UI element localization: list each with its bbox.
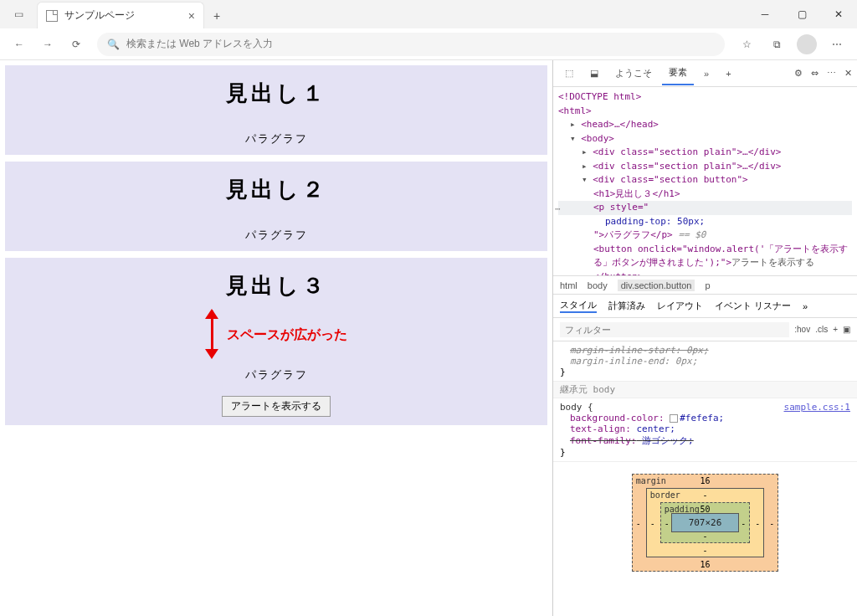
annotation-text: スペースが広がった xyxy=(227,326,347,344)
box-content: 707×26 xyxy=(671,513,740,532)
tab-overflow-icon[interactable]: » xyxy=(697,64,716,84)
annotation: スペースが広がった xyxy=(5,311,547,359)
styles-filter-row: :hov .cls + ▣ xyxy=(553,318,857,341)
search-icon: 🔍 xyxy=(107,38,120,50)
crumb-div[interactable]: div.section.button xyxy=(618,280,695,291)
window-titlebar: ▭ サンプルページ × + ─ ▢ ✕ xyxy=(0,0,857,28)
url-placeholder: 検索または Web アドレスを入力 xyxy=(126,37,273,51)
tab-elements[interactable]: 要素 xyxy=(662,61,694,85)
crumb-p[interactable]: p xyxy=(705,280,710,290)
devtools-tabs: ⬚ ⬓ ようこそ 要素 » + ⚙ ⇔ ⋯ ✕ xyxy=(553,60,857,87)
url-input[interactable]: 🔍 検索または Web アドレスを入力 xyxy=(97,33,725,56)
box-model: margin 16 16 -- border - - -- padding 50… xyxy=(553,462,857,583)
window-close-button[interactable]: ✕ xyxy=(820,0,857,28)
tab-styles[interactable]: スタイル xyxy=(560,299,597,313)
tab-welcome[interactable]: ようこそ xyxy=(608,62,659,85)
favorite-button[interactable]: ☆ xyxy=(733,31,760,58)
styles-filter-input[interactable] xyxy=(560,322,789,337)
profile-button[interactable] xyxy=(793,31,820,58)
gear-icon[interactable]: ⚙ xyxy=(794,68,803,79)
truncated-rule: margin-inline-start: 0px; margin-inline-… xyxy=(553,341,857,382)
body-rule: sample.css:1 body { background-color: #f… xyxy=(553,398,857,462)
tab-close-icon[interactable]: × xyxy=(188,9,195,23)
tab-listeners[interactable]: イベント リスナー xyxy=(715,300,791,312)
page-viewport: 見出し１ パラグラフ 見出し２ パラグラフ 見出し３ スペースが広がった パラグ… xyxy=(0,60,552,616)
cls-toggle[interactable]: .cls xyxy=(815,325,828,334)
section-3: 見出し３ スペースが広がった パラグラフ アラートを表示する xyxy=(5,258,547,425)
new-style-icon[interactable]: + xyxy=(719,64,737,84)
panel-toggle-icon[interactable]: ▣ xyxy=(843,325,850,334)
tab-computed[interactable]: 計算済み xyxy=(608,300,645,312)
link-icon[interactable]: ⇔ xyxy=(811,68,819,79)
arrow-down-icon xyxy=(205,311,218,359)
new-tab-button[interactable]: + xyxy=(204,3,229,28)
collections-button[interactable]: ⧉ xyxy=(763,31,790,58)
window-minimize-button[interactable]: ─ xyxy=(747,0,783,28)
devtools-close-icon[interactable]: ✕ xyxy=(844,68,852,79)
inspect-icon[interactable]: ⬚ xyxy=(558,63,580,84)
inherit-label: 継承元 body xyxy=(553,382,857,398)
tab-title: サンプルページ xyxy=(64,8,182,23)
window-maximize-button[interactable]: ▢ xyxy=(783,0,820,28)
nav-forward-button[interactable]: → xyxy=(35,32,60,57)
devtools-panel: ⬚ ⬓ ようこそ 要素 » + ⚙ ⇔ ⋯ ✕ <!DOCTYPE html> … xyxy=(552,60,857,616)
heading-2: 見出し２ xyxy=(5,175,547,204)
paragraph-2: パラグラフ xyxy=(5,228,547,243)
address-bar: ← → ⟳ 🔍 検索または Web アドレスを入力 ☆ ⧉ ⋯ xyxy=(0,28,857,60)
paragraph-3: パラグラフ xyxy=(5,367,547,382)
nav-reload-button[interactable]: ⟳ xyxy=(64,32,89,57)
browser-tab[interactable]: サンプルページ × xyxy=(37,2,204,28)
heading-1: 見出し１ xyxy=(5,79,547,108)
more-icon[interactable]: ⋯ xyxy=(827,68,836,79)
alert-button[interactable]: アラートを表示する xyxy=(222,396,331,417)
styles-overflow-icon[interactable]: » xyxy=(803,301,808,311)
styles-tabs: スタイル 計算済み レイアウト イベント リスナー » xyxy=(553,295,857,318)
new-rule-icon[interactable]: + xyxy=(833,325,838,334)
avatar xyxy=(797,34,817,54)
paragraph-1: パラグラフ xyxy=(5,131,547,146)
device-icon[interactable]: ⬓ xyxy=(583,63,605,84)
hov-toggle[interactable]: :hov xyxy=(794,325,810,334)
crumb-html[interactable]: html xyxy=(560,280,577,290)
source-link[interactable]: sample.css:1 xyxy=(784,402,850,413)
nav-back-button[interactable]: ← xyxy=(7,32,32,57)
menu-button[interactable]: ⋯ xyxy=(824,31,850,58)
crumb-body[interactable]: body xyxy=(588,280,608,290)
dom-tree[interactable]: <!DOCTYPE html> <html> ▸ <head>…</head> … xyxy=(553,87,857,276)
tab-strip-icon[interactable]: ▭ xyxy=(0,0,37,28)
styles-pane[interactable]: margin-inline-start: 0px; margin-inline-… xyxy=(553,341,857,616)
tab-layout[interactable]: レイアウト xyxy=(657,300,703,312)
section-2: 見出し２ パラグラフ xyxy=(5,162,547,251)
dom-breadcrumb[interactable]: html body div.section.button p xyxy=(553,276,857,295)
page-icon xyxy=(46,10,58,22)
heading-3: 見出し３ xyxy=(5,271,547,300)
section-1: 見出し１ パラグラフ xyxy=(5,65,547,155)
